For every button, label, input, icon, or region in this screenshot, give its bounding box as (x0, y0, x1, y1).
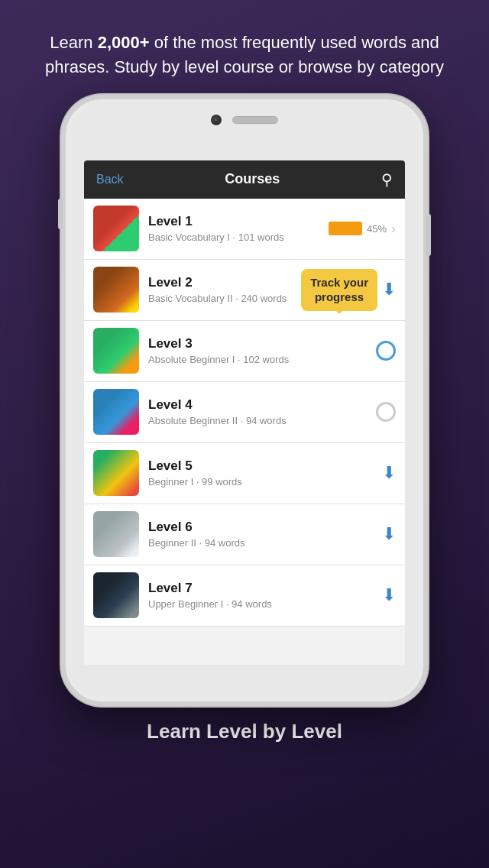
screen: Back Courses ⚲ Level 1 Basic Vocabulary … (84, 160, 405, 665)
course-name: Level 1 (148, 214, 329, 229)
nav-title: Courses (225, 171, 280, 187)
course-info: Level 1 Basic Vocabulary I · 101 words (148, 214, 329, 243)
list-item[interactable]: Level 3 Absolute Beginner I · 102 words (84, 321, 405, 382)
phone-shell: Back Courses ⚲ Level 1 Basic Vocabulary … (61, 95, 428, 706)
nav-bar: Back Courses ⚲ (84, 160, 405, 199)
course-thumbnail (93, 328, 139, 374)
course-action: ⬇ (382, 587, 396, 604)
course-name: Level 4 (148, 397, 376, 413)
phone-top-bar (211, 115, 278, 125)
course-info: Level 6 Beginner II · 94 words (148, 520, 382, 549)
download-icon[interactable]: ⬇ (382, 281, 396, 298)
course-info: Level 2 Basic Vocabulary II · 240 words (148, 275, 301, 304)
tagline-highlight: 2,000+ (98, 33, 150, 52)
course-info: Level 4 Absolute Beginner II · 94 words (148, 397, 376, 426)
course-subtitle: Absolute Beginner I · 102 words (148, 354, 376, 365)
course-thumbnail (93, 389, 139, 435)
bottom-label: Learn Level by Level (147, 706, 342, 751)
course-thumbnail (93, 572, 139, 618)
progress-tooltip: Track yourprogress (301, 269, 377, 311)
course-list: Level 1 Basic Vocabulary I · 101 words 4… (84, 199, 405, 665)
course-action (376, 341, 396, 361)
course-subtitle: Absolute Beginner II · 94 words (148, 415, 376, 426)
list-item[interactable]: Level 4 Absolute Beginner II · 94 words (84, 382, 405, 443)
speaker (232, 116, 278, 124)
circle-progress-icon (376, 341, 396, 361)
course-name: Level 7 (148, 581, 382, 596)
progress-bar (329, 222, 362, 235)
course-name: Level 3 (148, 336, 376, 351)
tooltip-wrap: Track yourprogress ⬇ (301, 269, 396, 311)
tagline-prefix: Learn (50, 33, 97, 52)
list-item[interactable]: Level 1 Basic Vocabulary I · 101 words 4… (84, 199, 405, 260)
course-thumbnail (93, 450, 139, 496)
course-action (376, 402, 396, 422)
download-icon[interactable]: ⬇ (382, 465, 396, 481)
course-action: ⬇ (382, 465, 396, 481)
download-icon[interactable]: ⬇ (382, 526, 396, 542)
course-thumbnail (93, 267, 139, 313)
course-subtitle: Upper Beginner I · 94 words (148, 598, 382, 610)
course-name: Level 5 (148, 458, 382, 474)
course-thumbnail (93, 206, 139, 251)
list-item[interactable]: Level 5 Beginner I · 99 words ⬇ (84, 443, 405, 504)
list-item[interactable]: Level 6 Beginner II · 94 words ⬇ (84, 504, 405, 565)
side-button-right (426, 214, 431, 256)
course-action: 45% › (329, 221, 396, 237)
back-button[interactable]: Back (96, 173, 124, 186)
circle-empty-icon (376, 402, 396, 422)
tagline: Learn 2,000+ of the most frequently used… (0, 0, 489, 95)
course-subtitle: Beginner I · 99 words (148, 476, 382, 487)
course-info: Level 7 Upper Beginner I · 94 words (148, 581, 382, 610)
side-button-left (58, 199, 63, 229)
progress-percent: 45% (367, 223, 387, 235)
list-item[interactable]: Level 7 Upper Beginner I · 94 words ⬇ (84, 565, 405, 627)
course-subtitle: Beginner II · 94 words (148, 537, 382, 549)
course-name: Level 6 (148, 520, 382, 535)
course-subtitle: Basic Vocabulary I · 101 words (148, 232, 329, 243)
course-subtitle: Basic Vocabulary II · 240 words (148, 293, 301, 304)
chevron-right-icon: › (391, 221, 396, 237)
course-action: ⬇ (382, 526, 396, 542)
download-icon[interactable]: ⬇ (382, 587, 396, 604)
list-item[interactable]: Level 2 Basic Vocabulary II · 240 words … (84, 260, 405, 321)
search-icon[interactable]: ⚲ (381, 170, 393, 189)
progress-bar-wrap: 45% (329, 222, 387, 235)
course-info: Level 3 Absolute Beginner I · 102 words (148, 336, 376, 365)
camera (211, 115, 222, 125)
course-name: Level 2 (148, 275, 301, 290)
course-thumbnail (93, 511, 139, 557)
course-info: Level 5 Beginner I · 99 words (148, 458, 382, 487)
course-action: Track yourprogress ⬇ (301, 269, 396, 311)
